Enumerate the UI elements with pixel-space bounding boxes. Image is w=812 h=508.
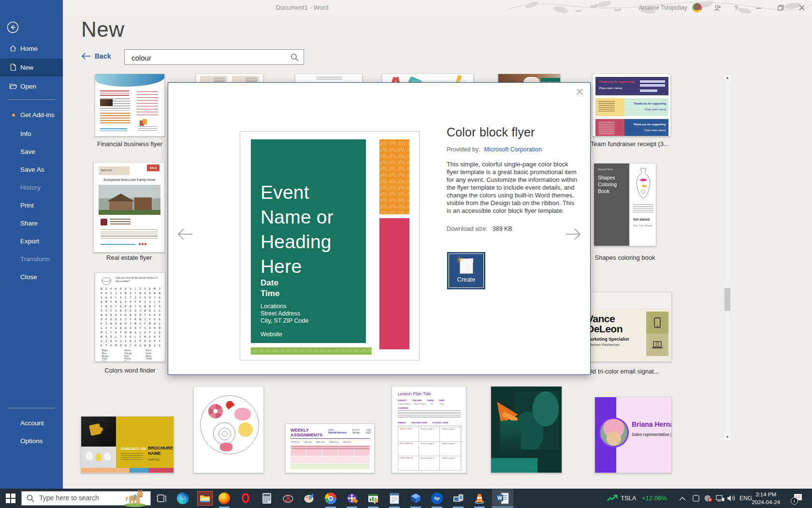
template-coloring-page[interactable] xyxy=(193,386,264,473)
scroll-up-button[interactable]: ▲ xyxy=(724,74,731,81)
taskbar-search-box[interactable]: Type here to search xyxy=(21,491,151,506)
movie-maker-icon[interactable] xyxy=(346,493,358,504)
signed-in-user[interactable]: Arseine Tshipidiay xyxy=(638,0,687,15)
hp-icon[interactable]: hp xyxy=(431,493,443,504)
chrome-icon[interactable] xyxy=(325,493,336,504)
edge-icon[interactable] xyxy=(177,493,188,504)
decoration xyxy=(640,84,665,87)
sidebar-item-close[interactable]: Close xyxy=(0,268,63,286)
tray-expand-icon[interactable] xyxy=(679,496,686,501)
sidebar-item-new[interactable]: New xyxy=(0,59,63,76)
open-folder-icon xyxy=(9,82,17,90)
calculator-icon[interactable] xyxy=(261,493,273,504)
sidebar-item-label: Get Add-ins xyxy=(20,111,55,119)
brochure-subtitle-text: SUBTITLE xyxy=(148,458,160,461)
sidebar-item-options[interactable]: Options xyxy=(0,432,63,450)
clock[interactable]: 3:14 PM 2024-04-24 xyxy=(752,491,780,506)
stock-change[interactable]: +12.06% xyxy=(642,489,667,508)
stock-chart-icon[interactable] xyxy=(607,494,618,503)
opera-icon[interactable] xyxy=(240,493,251,504)
download-size-row: Download size:389 KB xyxy=(447,225,579,232)
decoration xyxy=(81,468,174,473)
template-lesson-plan[interactable]: Lesson Plan Title SUBJECT TEACHER GRADE … xyxy=(392,386,466,473)
back-button[interactable] xyxy=(7,21,19,33)
performance-monitor-icon[interactable] xyxy=(367,493,379,504)
scroll-down-button[interactable]: ▼ xyxy=(724,433,731,441)
sidebar-item-open[interactable]: Open xyxy=(0,77,63,95)
dialog-close-icon[interactable] xyxy=(574,86,585,97)
sidebar-item-save[interactable]: Save xyxy=(0,143,63,161)
snipping-tool-icon[interactable] xyxy=(282,493,294,504)
language-indicator[interactable]: ENG xyxy=(740,489,752,508)
stock-symbol[interactable]: TSLA xyxy=(621,489,637,508)
firefox-icon[interactable] xyxy=(218,493,230,504)
template-weekly-assignments[interactable]: WEEKLY ASSIGNMENTS NAME Danielle Brasseu… xyxy=(285,423,375,473)
sidebar-item-account[interactable]: Account xyxy=(0,414,63,432)
create-button[interactable]: ✳ Create xyxy=(447,252,485,289)
decoration xyxy=(290,438,370,439)
sidebar-item-save-as[interactable]: Save As xyxy=(0,161,63,179)
decoration xyxy=(121,453,143,461)
sidebar-item-share[interactable]: Share xyxy=(0,214,63,232)
search-icon[interactable] xyxy=(290,53,299,62)
decoration xyxy=(100,99,113,106)
template-briana-business-card[interactable]: Briana Herna Sales representative | Fo xyxy=(594,397,672,473)
onedrive-error-icon[interactable] xyxy=(704,494,712,502)
search-input[interactable] xyxy=(130,50,287,65)
template-caption[interactable]: Financial business flyer xyxy=(85,140,174,148)
avatar[interactable] xyxy=(692,3,702,13)
share-icon[interactable] xyxy=(710,0,726,15)
virtualbox-icon[interactable] xyxy=(410,493,421,504)
previous-template-arrow[interactable] xyxy=(177,228,193,242)
template-bold-tricolor-email-signature[interactable]: Vance DeLeon Marketing Specialist Fabrik… xyxy=(582,292,672,362)
vlc-icon[interactable] xyxy=(474,493,485,504)
paint-icon[interactable] xyxy=(304,493,315,504)
template-financial-business-flyer[interactable] xyxy=(95,74,165,136)
template-caption[interactable]: Real estate flyer xyxy=(93,254,165,261)
book-title: Shapes Coloring Book xyxy=(598,174,629,194)
close-window-button[interactable] xyxy=(794,0,810,15)
template-caption[interactable]: Colors word finder xyxy=(94,367,166,374)
decoration xyxy=(95,74,165,87)
content-scrollbar[interactable]: ▲ ▼ xyxy=(724,74,731,441)
minimize-button[interactable] xyxy=(750,0,767,15)
template-real-estate-flyer[interactable]: $300,000 SALE Exceptional Multi-Level Fa… xyxy=(93,162,165,253)
restore-button[interactable] xyxy=(772,0,789,15)
template-search-box[interactable] xyxy=(124,49,304,65)
sidebar-item-export[interactable]: Export xyxy=(0,232,63,250)
template-tropical-photo[interactable] xyxy=(491,386,562,473)
sidebar-item-home[interactable]: Home xyxy=(0,40,63,58)
sidebar-item-print[interactable]: Print xyxy=(0,196,63,214)
sidebar-item-get-addins[interactable]: Get Add-ins xyxy=(0,106,63,124)
download-size-label: Download size: xyxy=(447,225,488,232)
template-colors-word-finder[interactable]: Can you find all the words hidden in thi… xyxy=(95,272,165,362)
decoration xyxy=(290,463,370,469)
provider-link[interactable]: Microsoft Corporation xyxy=(484,146,542,153)
template-caption[interactable]: Team fundraiser receipt (3... xyxy=(591,140,673,148)
tablet-mode-icon[interactable] xyxy=(692,494,700,502)
template-caption[interactable]: Shapes coloring book xyxy=(589,254,661,261)
template-team-fundraiser-receipt[interactable]: Thank you for supporting [Type team name… xyxy=(592,74,671,136)
word-taskbar-tile[interactable]: W xyxy=(492,489,513,508)
decoration xyxy=(500,420,521,454)
notepad-icon[interactable] xyxy=(389,493,400,504)
template-brochure[interactable]: CONTACT US BROCHURE NAME SUBTITLE xyxy=(81,416,174,473)
help-button[interactable]: ? xyxy=(728,0,744,15)
volume-icon[interactable] xyxy=(727,494,736,502)
sidebar-item-info[interactable]: Info xyxy=(0,125,63,143)
sidebar-item-label: Info xyxy=(20,130,31,137)
scrollbar-thumb[interactable] xyxy=(725,288,730,311)
template-shapes-coloring-book[interactable]: Microsoft Word Shapes Coloring Book Get … xyxy=(594,163,656,246)
template-caption[interactable]: Bold tri-color email signat... xyxy=(583,368,671,375)
task-view-icon[interactable] xyxy=(156,493,167,504)
network-icon[interactable] xyxy=(716,494,725,502)
action-center-icon[interactable]: 1 xyxy=(793,493,803,503)
back-link[interactable]: Back xyxy=(81,52,111,64)
file-explorer-icon[interactable] xyxy=(197,491,213,506)
start-button[interactable] xyxy=(6,493,15,503)
remote-desktop-icon[interactable] xyxy=(452,493,464,504)
cell: OBJECTIVES xyxy=(400,428,412,430)
sidebar-item-label: Home xyxy=(20,45,38,52)
cell: Student guide 3 xyxy=(442,457,455,459)
label: MONTH xyxy=(352,429,360,431)
